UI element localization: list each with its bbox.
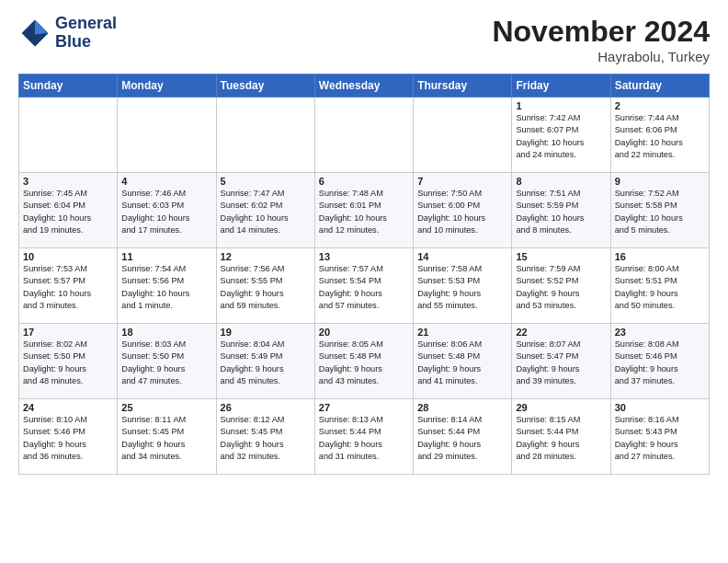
calendar-cell: 23Sunrise: 8:08 AMSunset: 5:46 PMDayligh… — [610, 324, 709, 399]
day-info: Sunrise: 8:07 AMSunset: 5:47 PMDaylight:… — [516, 339, 606, 387]
day-number: 19 — [221, 327, 311, 338]
calendar-cell: 22Sunrise: 8:07 AMSunset: 5:47 PMDayligh… — [512, 324, 610, 399]
calendar-cell: 25Sunrise: 8:11 AMSunset: 5:45 PMDayligh… — [118, 399, 216, 475]
day-header-saturday: Saturday — [610, 75, 709, 98]
week-row-3: 10Sunrise: 7:53 AMSunset: 5:57 PMDayligh… — [19, 248, 710, 324]
day-number: 24 — [23, 402, 113, 413]
calendar-cell: 7Sunrise: 7:50 AMSunset: 6:00 PMDaylight… — [414, 173, 512, 248]
day-info: Sunrise: 7:54 AMSunset: 5:56 PMDaylight:… — [121, 263, 211, 312]
day-info: Sunrise: 8:06 AMSunset: 5:48 PMDaylight:… — [417, 339, 507, 387]
location: Hayrabolu, Turkey — [492, 49, 710, 64]
calendar: SundayMondayTuesdayWednesdayThursdayFrid… — [18, 74, 710, 475]
calendar-cell: 6Sunrise: 7:48 AMSunset: 6:01 PMDaylight… — [314, 173, 413, 248]
day-number: 1 — [516, 100, 606, 111]
day-info: Sunrise: 8:12 AMSunset: 5:45 PMDaylight:… — [221, 414, 311, 463]
calendar-cell: 8Sunrise: 7:51 AMSunset: 5:59 PMDaylight… — [512, 173, 610, 248]
calendar-cell: 4Sunrise: 7:46 AMSunset: 6:03 PMDaylight… — [118, 173, 216, 248]
day-info: Sunrise: 7:52 AMSunset: 5:58 PMDaylight:… — [615, 188, 705, 236]
logo: General Blue — [18, 15, 117, 52]
svg-marker-1 — [35, 19, 48, 34]
calendar-cell — [19, 98, 118, 173]
week-row-4: 17Sunrise: 8:02 AMSunset: 5:50 PMDayligh… — [19, 324, 710, 399]
day-info: Sunrise: 8:15 AMSunset: 5:44 PMDaylight:… — [516, 414, 606, 463]
day-header-friday: Friday — [512, 75, 610, 98]
week-row-1: 1Sunrise: 7:42 AMSunset: 6:07 PMDaylight… — [19, 98, 710, 173]
day-number: 25 — [121, 402, 211, 413]
day-info: Sunrise: 8:04 AMSunset: 5:49 PMDaylight:… — [221, 339, 311, 387]
week-row-5: 24Sunrise: 8:10 AMSunset: 5:46 PMDayligh… — [19, 399, 710, 475]
day-number: 18 — [121, 327, 211, 338]
day-number: 14 — [417, 251, 507, 262]
calendar-cell: 15Sunrise: 7:59 AMSunset: 5:52 PMDayligh… — [512, 248, 610, 324]
day-info: Sunrise: 7:53 AMSunset: 5:57 PMDaylight:… — [23, 263, 113, 312]
svg-marker-2 — [35, 33, 48, 46]
calendar-cell: 26Sunrise: 8:12 AMSunset: 5:45 PMDayligh… — [216, 399, 314, 475]
title-block: November 2024 Hayrabolu, Turkey — [492, 15, 710, 64]
logo-text: General Blue — [55, 15, 117, 52]
day-number: 29 — [516, 402, 606, 413]
calendar-cell — [414, 98, 512, 173]
day-number: 11 — [121, 251, 211, 262]
logo-line2: Blue — [55, 33, 117, 52]
day-info: Sunrise: 8:14 AMSunset: 5:44 PMDaylight:… — [417, 414, 507, 463]
calendar-cell: 17Sunrise: 8:02 AMSunset: 5:50 PMDayligh… — [19, 324, 118, 399]
calendar-cell: 19Sunrise: 8:04 AMSunset: 5:49 PMDayligh… — [216, 324, 314, 399]
day-header-wednesday: Wednesday — [314, 75, 413, 98]
day-info: Sunrise: 7:50 AMSunset: 6:00 PMDaylight:… — [417, 188, 507, 236]
logo-line1: General — [55, 15, 117, 33]
day-info: Sunrise: 7:58 AMSunset: 5:53 PMDaylight:… — [417, 263, 507, 312]
day-info: Sunrise: 7:45 AMSunset: 6:04 PMDaylight:… — [23, 188, 113, 236]
day-number: 26 — [221, 402, 311, 413]
day-info: Sunrise: 8:11 AMSunset: 5:45 PMDaylight:… — [121, 414, 211, 463]
calendar-cell: 2Sunrise: 7:44 AMSunset: 6:06 PMDaylight… — [610, 98, 709, 173]
day-number: 22 — [516, 327, 606, 338]
day-info: Sunrise: 7:48 AMSunset: 6:01 PMDaylight:… — [319, 188, 409, 236]
day-number: 21 — [417, 327, 507, 338]
calendar-cell: 1Sunrise: 7:42 AMSunset: 6:07 PMDaylight… — [512, 98, 610, 173]
calendar-cell: 20Sunrise: 8:05 AMSunset: 5:48 PMDayligh… — [314, 324, 413, 399]
day-info: Sunrise: 8:16 AMSunset: 5:43 PMDaylight:… — [615, 414, 705, 463]
day-number: 12 — [221, 251, 311, 262]
day-info: Sunrise: 8:00 AMSunset: 5:51 PMDaylight:… — [615, 263, 705, 312]
day-number: 27 — [319, 402, 409, 413]
day-number: 6 — [319, 176, 409, 187]
day-info: Sunrise: 8:08 AMSunset: 5:46 PMDaylight:… — [615, 339, 705, 387]
day-info: Sunrise: 7:46 AMSunset: 6:03 PMDaylight:… — [121, 188, 211, 236]
month-title: November 2024 — [492, 15, 710, 49]
calendar-cell: 3Sunrise: 7:45 AMSunset: 6:04 PMDaylight… — [19, 173, 118, 248]
calendar-cell: 11Sunrise: 7:54 AMSunset: 5:56 PMDayligh… — [118, 248, 216, 324]
day-info: Sunrise: 7:42 AMSunset: 6:07 PMDaylight:… — [516, 112, 606, 161]
calendar-cell: 10Sunrise: 7:53 AMSunset: 5:57 PMDayligh… — [19, 248, 118, 324]
day-number: 13 — [319, 251, 409, 262]
day-header-thursday: Thursday — [414, 75, 512, 98]
day-info: Sunrise: 8:10 AMSunset: 5:46 PMDaylight:… — [23, 414, 113, 463]
day-number: 20 — [319, 327, 409, 338]
logo-icon — [18, 17, 51, 50]
day-info: Sunrise: 8:03 AMSunset: 5:50 PMDaylight:… — [121, 339, 211, 387]
day-number: 15 — [516, 251, 606, 262]
day-info: Sunrise: 7:59 AMSunset: 5:52 PMDaylight:… — [516, 263, 606, 312]
calendar-cell — [314, 98, 413, 173]
calendar-cell — [118, 98, 216, 173]
calendar-cell: 5Sunrise: 7:47 AMSunset: 6:02 PMDaylight… — [216, 173, 314, 248]
calendar-cell — [216, 98, 314, 173]
calendar-cell: 12Sunrise: 7:56 AMSunset: 5:55 PMDayligh… — [216, 248, 314, 324]
header: General Blue November 2024 Hayrabolu, Tu… — [18, 15, 710, 64]
day-info: Sunrise: 7:56 AMSunset: 5:55 PMDaylight:… — [221, 263, 311, 312]
day-header-sunday: Sunday — [19, 75, 118, 98]
calendar-cell: 21Sunrise: 8:06 AMSunset: 5:48 PMDayligh… — [414, 324, 512, 399]
calendar-cell: 9Sunrise: 7:52 AMSunset: 5:58 PMDaylight… — [610, 173, 709, 248]
day-number: 23 — [615, 327, 705, 338]
calendar-cell: 24Sunrise: 8:10 AMSunset: 5:46 PMDayligh… — [19, 399, 118, 475]
day-number: 7 — [417, 176, 507, 187]
day-number: 28 — [417, 402, 507, 413]
day-header-monday: Monday — [118, 75, 216, 98]
day-number: 4 — [121, 176, 211, 187]
day-number: 10 — [23, 251, 113, 262]
week-row-2: 3Sunrise: 7:45 AMSunset: 6:04 PMDaylight… — [19, 173, 710, 248]
day-number: 30 — [615, 402, 705, 413]
day-info: Sunrise: 8:05 AMSunset: 5:48 PMDaylight:… — [319, 339, 409, 387]
calendar-cell: 30Sunrise: 8:16 AMSunset: 5:43 PMDayligh… — [610, 399, 709, 475]
day-number: 17 — [23, 327, 113, 338]
day-info: Sunrise: 8:13 AMSunset: 5:44 PMDaylight:… — [319, 414, 409, 463]
